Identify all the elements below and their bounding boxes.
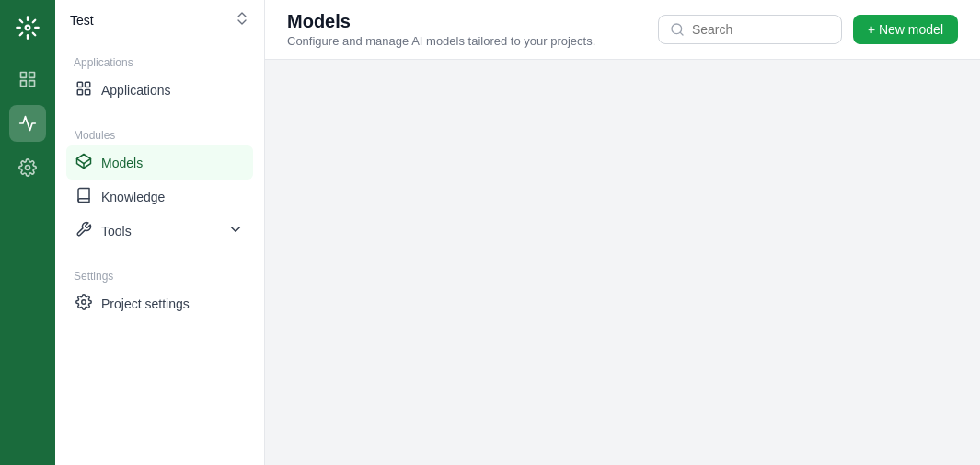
svg-rect-12 [29, 81, 35, 87]
sidebar-item-project-settings[interactable]: Project settings [66, 286, 253, 320]
nav-settings-icon[interactable] [9, 149, 46, 186]
main-header-actions: + New model [658, 15, 958, 44]
main-body [265, 60, 980, 465]
apps-icon [75, 80, 92, 99]
svg-line-5 [20, 20, 22, 22]
svg-line-22 [680, 32, 683, 35]
svg-line-6 [33, 33, 35, 35]
svg-rect-11 [21, 81, 27, 87]
logo-icon[interactable] [11, 11, 44, 44]
sidebar-section-modules: Modules Models Knowledge [55, 114, 264, 255]
page-subtitle: Configure and manage AI models tailored … [287, 34, 595, 48]
models-icon [75, 153, 92, 172]
svg-rect-9 [21, 73, 27, 78]
sidebar: Test Applications Applications Modules [55, 0, 265, 465]
sidebar-item-tools[interactable]: Tools [66, 214, 253, 248]
main-header: Models Configure and manage AI models ta… [265, 0, 980, 60]
sidebar-item-applications[interactable]: Applications [66, 73, 253, 107]
svg-rect-17 [86, 90, 90, 95]
svg-rect-16 [77, 90, 82, 95]
new-model-button[interactable]: + New model [853, 15, 958, 44]
project-settings-icon [75, 294, 92, 313]
tools-icon [75, 221, 92, 240]
svg-line-8 [33, 20, 35, 22]
nav-models-icon[interactable] [9, 105, 46, 142]
svg-point-0 [26, 26, 30, 30]
sidebar-item-tools-label: Tools [101, 224, 132, 238]
sidebar-section-settings: Settings Project settings [55, 255, 264, 328]
sidebar-section-label-modules: Modules [66, 129, 253, 142]
search-input[interactable] [692, 22, 830, 37]
search-box[interactable] [658, 15, 842, 44]
svg-rect-15 [86, 82, 90, 87]
svg-point-13 [26, 166, 30, 170]
sidebar-item-project-settings-label: Project settings [101, 296, 190, 311]
svg-line-7 [20, 33, 22, 35]
sidebar-item-knowledge[interactable]: Knowledge [66, 180, 253, 214]
sidebar-item-models[interactable]: Models [66, 145, 253, 180]
sidebar-item-models-label: Models [101, 156, 143, 170]
project-selector[interactable]: Test [55, 0, 264, 41]
sidebar-item-applications-label: Applications [101, 83, 171, 98]
main-content: Models Configure and manage AI models ta… [265, 0, 980, 465]
chevron-down-icon [227, 221, 244, 240]
sidebar-item-knowledge-label: Knowledge [101, 190, 165, 204]
search-icon [670, 22, 685, 37]
main-header-info: Models Configure and manage AI models ta… [287, 11, 595, 48]
sidebar-section-applications: Applications Applications [55, 41, 264, 114]
sidebar-section-label-settings: Settings [66, 270, 253, 283]
svg-point-20 [82, 300, 86, 305]
nav-dashboard-icon[interactable] [9, 61, 46, 98]
project-name: Test [70, 13, 94, 28]
knowledge-icon [75, 187, 92, 206]
svg-rect-10 [29, 73, 35, 78]
sidebar-section-label-applications: Applications [66, 56, 253, 69]
icon-bar [0, 0, 55, 465]
page-title: Models [287, 11, 595, 32]
chevron-updown-icon [235, 11, 249, 29]
svg-rect-14 [77, 82, 82, 87]
